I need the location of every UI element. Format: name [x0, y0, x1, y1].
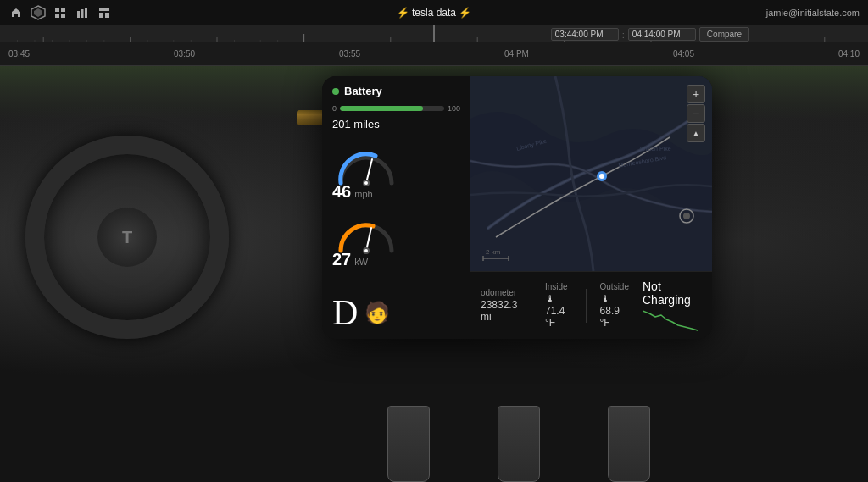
driver-avatar: 🧑 — [364, 301, 390, 324]
timeline-label-3: 04 PM — [504, 49, 529, 58]
time-separator: : — [622, 30, 625, 40]
timeline-area: : Compare 03:45 03:50 03:55 04 PM 04:05 … — [0, 25, 868, 66]
chart-icon[interactable] — [75, 5, 90, 20]
timeline-labels: 03:45 03:50 03:55 04 PM 04:05 04:10 — [0, 42, 868, 65]
tesla-screen: Battery 0 100 201 miles 46 — [322, 76, 712, 339]
svg-rect-4 — [55, 14, 59, 18]
speed-display: 46 mph — [332, 186, 460, 202]
timeline-bar[interactable]: : Compare — [0, 25, 868, 42]
compare-button[interactable]: Compare — [699, 27, 749, 42]
gear-indicator: D — [332, 295, 358, 330]
svg-marker-1 — [34, 8, 42, 17]
odometer-label: odometer — [481, 288, 517, 297]
svg-point-43 — [599, 174, 604, 179]
timeline-label-4: 04:05 — [673, 49, 694, 58]
speed-gauge — [332, 141, 400, 187]
timeline-label-2: 03:55 — [339, 49, 360, 58]
inside-temp-value: 🌡 71.4 °F — [545, 293, 572, 329]
power-gauge — [332, 208, 400, 255]
layout-icon[interactable] — [97, 5, 112, 20]
bottom-info-bar: odometer 23832.3 mi Inside 🌡 71.4 °F Out… — [470, 271, 712, 339]
speed-gauge-svg — [332, 141, 400, 187]
outside-temp-label: Outside — [600, 282, 629, 291]
svg-line-38 — [366, 228, 371, 251]
battery-section: Battery — [332, 85, 460, 97]
map-zoom-in-button[interactable]: + — [687, 85, 705, 103]
app-title: ⚡ tesla data ⚡ — [397, 7, 472, 19]
charging-section: Not Charging — [643, 280, 702, 332]
map-north-button[interactable]: ▲ — [687, 124, 705, 142]
inside-temp-group: Inside 🌡 71.4 °F — [545, 282, 572, 329]
left-panel: Battery 0 100 201 miles 46 — [322, 76, 470, 339]
time-inputs: : Compare — [551, 27, 749, 42]
svg-rect-3 — [61, 8, 65, 12]
svg-rect-6 — [77, 11, 80, 18]
battery-bar — [340, 106, 444, 111]
odometer-group: odometer 23832.3 mi — [481, 288, 517, 323]
battery-miles: 201 miles — [332, 118, 460, 130]
speed-unit: mph — [354, 189, 372, 199]
inside-temp-label: Inside — [545, 282, 572, 291]
svg-line-35 — [366, 159, 372, 183]
svg-rect-9 — [99, 8, 109, 11]
timeline-label-0: 03:45 — [8, 49, 30, 58]
steering-wheel: T — [25, 136, 229, 339]
map-zoom-out-button[interactable]: − — [687, 104, 705, 123]
power-display: 27 kW — [332, 253, 460, 269]
svg-rect-10 — [99, 13, 103, 18]
power-unit: kW — [354, 257, 368, 267]
steering-wheel-hub: T — [97, 208, 157, 267]
end-time-input[interactable] — [628, 28, 696, 41]
svg-text:Wilson Pike: Wilson Pike — [640, 146, 671, 152]
start-time-input[interactable] — [551, 28, 619, 41]
pedal-left — [387, 406, 430, 482]
home-icon[interactable] — [8, 5, 24, 20]
outside-temp-group: Outside 🌡 68.9 °F — [600, 282, 629, 329]
map-area[interactable]: 2 km Liberty Pike Murfreesboro Blvd Wils… — [470, 76, 712, 271]
svg-point-37 — [364, 181, 368, 185]
user-email: jamie@initialstate.com — [766, 8, 868, 18]
navbar-left — [0, 5, 120, 20]
map-svg: 2 km Liberty Pike Murfreesboro Blvd Wils… — [470, 76, 712, 271]
odometer-value: 23832.3 mi — [481, 299, 517, 323]
outside-temp-value: 🌡 68.9 °F — [600, 293, 629, 329]
svg-text:2 km: 2 km — [486, 248, 501, 256]
grid-icon[interactable] — [53, 5, 68, 20]
power-gauge-svg — [332, 208, 400, 255]
battery-label: Battery — [344, 85, 382, 97]
timeline-label-5: 04:10 — [838, 49, 860, 58]
svg-rect-7 — [81, 9, 84, 18]
svg-point-40 — [364, 249, 368, 252]
timeline-label-1: 03:50 — [174, 49, 195, 58]
battery-bar-fill — [340, 106, 423, 111]
pedal-center — [498, 406, 540, 482]
svg-rect-8 — [85, 8, 87, 18]
navbar: ⚡ tesla data ⚡ jamie@initialstate.com — [0, 0, 868, 25]
separator-1 — [531, 289, 531, 323]
gear-section: D 🧑 — [332, 295, 460, 330]
charging-status: Not Charging — [643, 280, 702, 307]
map-controls: + − ▲ — [687, 85, 705, 142]
battery-status-dot — [332, 88, 339, 95]
charging-chart — [643, 307, 702, 332]
svg-point-45 — [683, 213, 690, 219]
battery-bar-min: 0 — [332, 104, 337, 113]
svg-rect-2 — [55, 8, 59, 12]
battery-bar-max: 100 — [448, 104, 460, 113]
separator-2 — [586, 289, 587, 323]
battery-bar-container: 0 100 — [332, 104, 460, 113]
app-logo[interactable] — [31, 5, 46, 20]
pedal-right — [608, 406, 650, 482]
svg-rect-11 — [105, 13, 109, 18]
pedals-area — [297, 380, 741, 482]
svg-rect-5 — [61, 14, 65, 18]
